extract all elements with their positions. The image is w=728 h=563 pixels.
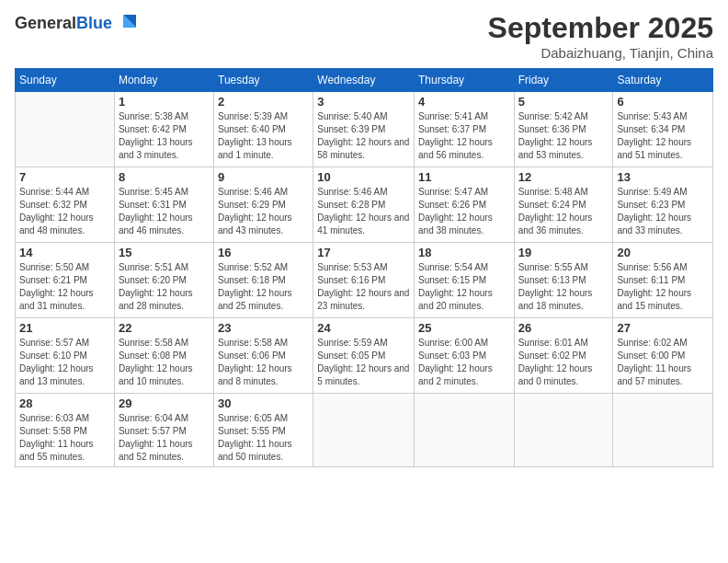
table-row: 6Sunrise: 5:43 AM Sunset: 6:34 PM Daylig… — [613, 92, 713, 167]
table-row: 14Sunrise: 5:50 AM Sunset: 6:21 PM Dayli… — [16, 243, 115, 318]
table-row: 15Sunrise: 5:51 AM Sunset: 6:20 PM Dayli… — [114, 243, 213, 318]
table-row: 23Sunrise: 5:58 AM Sunset: 6:06 PM Dayli… — [214, 318, 313, 394]
location: Dabaizhuang, Tianjin, China — [488, 45, 713, 61]
table-row — [613, 394, 713, 467]
table-row: 28Sunrise: 6:03 AM Sunset: 5:58 PM Dayli… — [16, 394, 115, 467]
table-row: 5Sunrise: 5:42 AM Sunset: 6:36 PM Daylig… — [514, 92, 613, 167]
title-block: September 2025 Dabaizhuang, Tianjin, Chi… — [488, 11, 713, 61]
table-row: 21Sunrise: 5:57 AM Sunset: 6:10 PM Dayli… — [16, 318, 115, 394]
table-row: 30Sunrise: 6:05 AM Sunset: 5:55 PM Dayli… — [214, 394, 313, 467]
header-thursday: Thursday — [415, 69, 515, 92]
table-row: 11Sunrise: 5:47 AM Sunset: 6:26 PM Dayli… — [415, 167, 515, 243]
table-row: 12Sunrise: 5:48 AM Sunset: 6:24 PM Dayli… — [514, 167, 613, 243]
table-row: 2Sunrise: 5:39 AM Sunset: 6:40 PM Daylig… — [214, 92, 313, 167]
table-row: 27Sunrise: 6:02 AM Sunset: 6:00 PM Dayli… — [613, 318, 713, 394]
table-row: 26Sunrise: 6:01 AM Sunset: 6:02 PM Dayli… — [514, 318, 613, 394]
table-row: 13Sunrise: 5:49 AM Sunset: 6:23 PM Dayli… — [613, 167, 713, 243]
table-row: 20Sunrise: 5:56 AM Sunset: 6:11 PM Dayli… — [613, 243, 713, 318]
table-row: 17Sunrise: 5:53 AM Sunset: 6:16 PM Dayli… — [313, 243, 415, 318]
table-row: 3Sunrise: 5:40 AM Sunset: 6:39 PM Daylig… — [313, 92, 415, 167]
table-row: 25Sunrise: 6:00 AM Sunset: 6:03 PM Dayli… — [415, 318, 515, 394]
table-row: 9Sunrise: 5:46 AM Sunset: 6:29 PM Daylig… — [214, 167, 313, 243]
table-row: 1Sunrise: 5:38 AM Sunset: 6:42 PM Daylig… — [114, 92, 213, 167]
logo-general-text: General — [15, 14, 76, 32]
header-saturday: Saturday — [613, 69, 713, 92]
header-sunday: Sunday — [16, 69, 115, 92]
table-row: 10Sunrise: 5:46 AM Sunset: 6:28 PM Dayli… — [313, 167, 415, 243]
table-row — [514, 394, 613, 467]
calendar-header-row: Sunday Monday Tuesday Wednesday Thursday… — [16, 69, 713, 92]
table-row: 22Sunrise: 5:58 AM Sunset: 6:08 PM Dayli… — [114, 318, 213, 394]
table-row: 18Sunrise: 5:54 AM Sunset: 6:15 PM Dayli… — [415, 243, 515, 318]
table-row: 7Sunrise: 5:44 AM Sunset: 6:32 PM Daylig… — [16, 167, 115, 243]
table-row: 8Sunrise: 5:45 AM Sunset: 6:31 PM Daylig… — [114, 167, 213, 243]
table-row — [415, 394, 515, 467]
header-wednesday: Wednesday — [313, 69, 415, 92]
logo-blue-text: Blue — [76, 14, 112, 32]
table-row: 19Sunrise: 5:55 AM Sunset: 6:13 PM Dayli… — [514, 243, 613, 318]
table-row: 4Sunrise: 5:41 AM Sunset: 6:37 PM Daylig… — [415, 92, 515, 167]
logo-icon — [114, 11, 140, 37]
header-friday: Friday — [514, 69, 613, 92]
table-row: 24Sunrise: 5:59 AM Sunset: 6:05 PM Dayli… — [313, 318, 415, 394]
table-row — [16, 92, 115, 167]
table-row: 29Sunrise: 6:04 AM Sunset: 5:57 PM Dayli… — [114, 394, 213, 467]
table-row: 16Sunrise: 5:52 AM Sunset: 6:18 PM Dayli… — [214, 243, 313, 318]
table-row — [313, 394, 415, 467]
header-tuesday: Tuesday — [214, 69, 313, 92]
calendar-table: Sunday Monday Tuesday Wednesday Thursday… — [15, 68, 713, 467]
logo: GeneralBlue — [15, 11, 140, 37]
header-monday: Monday — [114, 69, 213, 92]
page-header: GeneralBlue September 2025 Dabaizhuang, … — [15, 11, 713, 61]
month-title: September 2025 — [488, 11, 713, 45]
